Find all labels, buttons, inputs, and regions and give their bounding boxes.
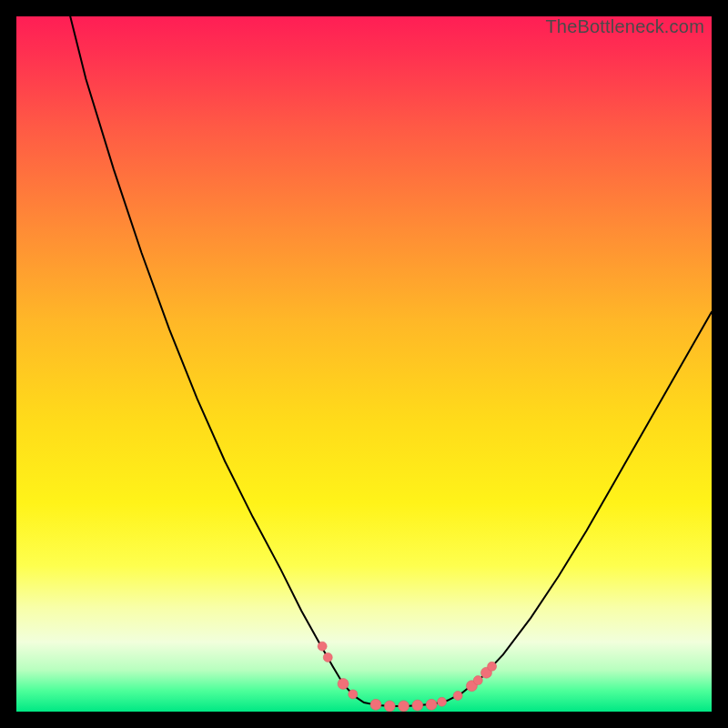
- data-marker: [473, 676, 482, 685]
- data-marker: [370, 699, 381, 710]
- data-marker: [349, 690, 358, 699]
- data-marker: [453, 691, 462, 700]
- curve-markers: [318, 642, 496, 712]
- watermark-text: TheBottleneck.com: [545, 16, 704, 37]
- data-marker: [488, 662, 497, 671]
- data-marker: [384, 701, 395, 712]
- curve-lines: [65, 16, 712, 706]
- data-marker: [399, 701, 410, 712]
- data-marker: [438, 697, 447, 706]
- data-marker: [318, 642, 327, 651]
- data-marker: [412, 700, 423, 711]
- data-marker: [338, 678, 349, 689]
- data-marker: [426, 699, 437, 710]
- bottleneck-curve: [65, 16, 712, 706]
- plot-area: TheBottleneck.com: [16, 16, 712, 712]
- outer-frame: TheBottleneck.com: [0, 0, 728, 728]
- chart-svg: [16, 16, 712, 712]
- data-marker: [323, 652, 332, 662]
